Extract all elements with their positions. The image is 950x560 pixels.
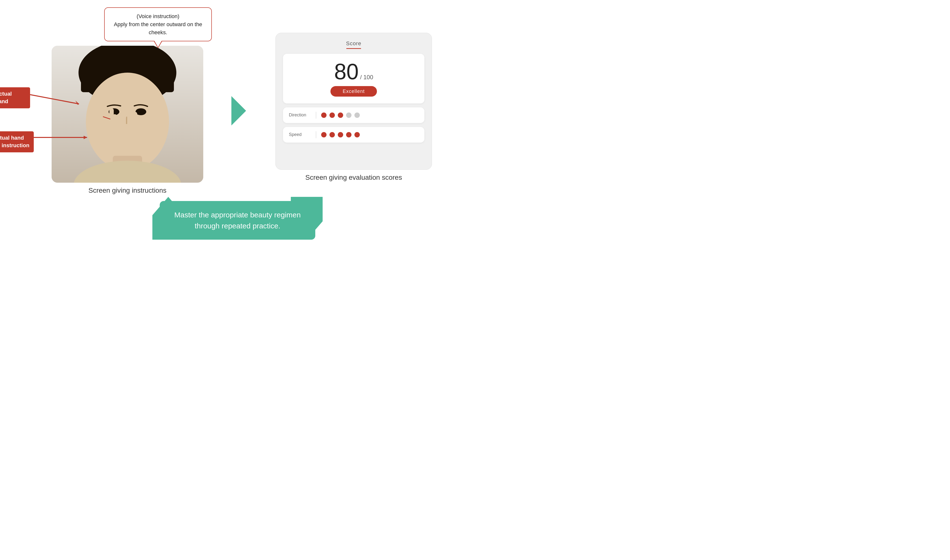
score-title: Score [283,40,424,47]
master-text: Master the appropriate beauty regimen th… [174,209,301,231]
speed-metric: Speed [283,127,424,143]
speed-label: Speed [289,132,311,137]
right-screen-label: Screen giving evaluation scores [305,174,402,182]
svg-line-0 [30,95,79,104]
svg-rect-13 [98,112,103,128]
virtual-hand-label-container: Virtual hand for instruction [0,131,34,152]
main-container: (Voice instruction) Apply from the cente… [0,0,475,240]
score-main-box: 80 / 100 Excellent [283,54,424,103]
left-screen-label: Screen giving instructions [52,186,203,194]
master-box-wrapper: Master the appropriate beauty regimen th… [160,201,316,240]
svg-marker-3 [84,136,87,139]
speed-divider [316,131,316,138]
score-badge: Excellent [331,86,377,97]
svg-marker-1 [75,100,79,105]
direction-dots [321,112,360,118]
svg-marker-23 [231,96,246,125]
svg-rect-16 [113,114,117,128]
master-box: Master the appropriate beauty regimen th… [160,201,316,240]
direction-divider [316,112,316,118]
speed-dot-5 [354,132,360,137]
speed-dots [321,132,360,137]
score-number-row: 80 / 100 [334,61,373,83]
speech-bubble: (Voice instruction) Apply from the cente… [104,7,212,42]
svg-rect-17 [119,124,139,148]
svg-rect-14 [104,107,108,126]
svg-rect-19 [127,107,132,126]
direction-dot-1 [321,112,326,118]
virtual-hand-text: Virtual hand for instruction [0,135,29,148]
svg-rect-21 [119,114,123,128]
arrow-between-panels [231,96,256,125]
direction-dot-4 [346,112,351,118]
top-row: (Voice instruction) Apply from the cente… [15,7,460,194]
speed-dot-4 [346,132,351,137]
actual-hand-badge: Actual hand [0,87,30,108]
right-screen-label-text: Screen giving evaluation scores [305,174,402,181]
actual-hand-label-container: Actual hand [0,87,30,108]
face-illustration [52,46,203,183]
svg-rect-18 [133,112,137,128]
master-text-line2: through repeated practice. [195,222,280,230]
speed-dot-3 [338,132,343,137]
right-arrow-icon [231,96,256,125]
direction-dot-2 [329,112,335,118]
score-title-section: Score [283,40,424,49]
speech-line1: (Voice instruction) [137,13,180,19]
score-denominator: / 100 [360,74,373,81]
score-screen: Score 80 / 100 Excellent Direction [276,33,432,170]
bottom-section: Master the appropriate beauty regimen th… [15,197,460,240]
master-text-line1: Master the appropriate beauty regimen [174,211,301,219]
speed-dot-2 [329,132,335,137]
right-panel: Score 80 / 100 Excellent Direction [276,20,432,182]
direction-metric: Direction [283,107,424,123]
virtual-hand-arrow [28,134,107,141]
score-underline [346,48,361,49]
speech-line2: Apply from the center outward on the che… [114,21,202,35]
direction-dot-3 [338,112,343,118]
direction-label: Direction [289,112,311,118]
camera-frame [52,46,203,183]
speed-dot-1 [321,132,326,137]
actual-hand-arrow [30,90,99,105]
speech-bubble-text: (Voice instruction) Apply from the cente… [114,12,203,37]
direction-dot-5 [354,112,360,118]
score-value: 80 [334,61,359,83]
actual-hand-text: Actual hand [0,91,12,105]
